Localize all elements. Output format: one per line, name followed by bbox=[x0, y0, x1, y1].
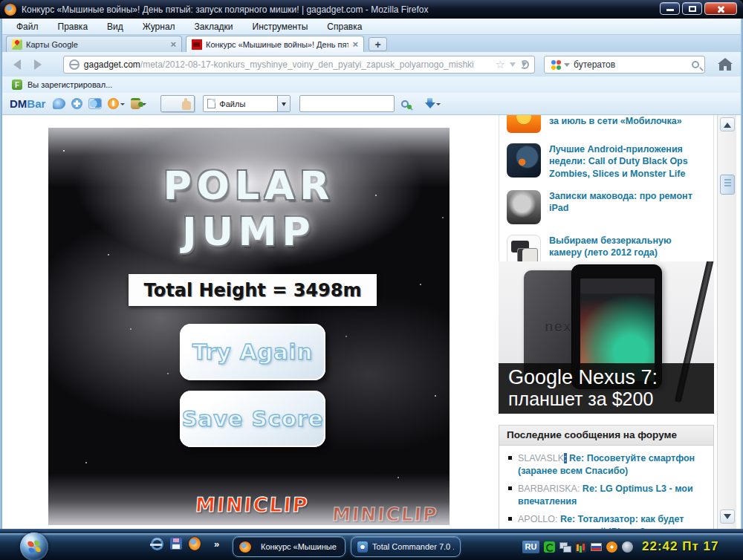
window-title: Конкурс «Мышиные войны»! День пятый: зап… bbox=[22, 4, 429, 15]
close-button[interactable] bbox=[704, 2, 737, 15]
chevron-more-icon[interactable]: » bbox=[214, 538, 219, 550]
home-button[interactable] bbox=[716, 55, 735, 74]
quick-launch: » bbox=[151, 537, 219, 550]
start-button[interactable] bbox=[20, 533, 48, 560]
menu-tools[interactable]: Инструменты bbox=[244, 20, 317, 33]
scrollbar-thumb[interactable] bbox=[720, 175, 735, 195]
dmbar-search-input[interactable] bbox=[299, 95, 395, 112]
bookmark-item[interactable]: Вы зарегистрировал... bbox=[27, 80, 112, 89]
bullet-icon bbox=[508, 517, 512, 521]
reload-icon[interactable] bbox=[520, 60, 529, 69]
url-bar[interactable]: gagadget.com/meta/2012-08-17-konkurs_mys… bbox=[63, 56, 535, 74]
files-dropdown-button[interactable] bbox=[277, 96, 290, 111]
google-search-icon bbox=[551, 60, 556, 65]
menu-file[interactable]: Файл bbox=[8, 20, 47, 33]
system-tray: RU 22:42 Пт 17 bbox=[522, 533, 718, 560]
taskbar-button-total-commander[interactable]: Total Commander 7.0 ... bbox=[351, 536, 461, 557]
dmbar-hand-button[interactable] bbox=[160, 95, 195, 112]
url-path: /meta/2012-08-17-konkurs_myshinye_voiny_… bbox=[140, 59, 474, 70]
language-indicator[interactable]: RU bbox=[522, 541, 539, 553]
bookmark-favicon: F bbox=[12, 79, 22, 90]
tray-punto-icon[interactable] bbox=[606, 541, 617, 553]
url-dropdown-icon[interactable] bbox=[510, 62, 516, 70]
internet-explorer-icon[interactable] bbox=[151, 538, 163, 550]
window-border-left bbox=[0, 19, 2, 529]
dmbar-chat-icon[interactable] bbox=[53, 98, 65, 109]
miniclip-logo-watermark: MINICLIP bbox=[331, 504, 438, 525]
forward-button[interactable] bbox=[29, 56, 47, 74]
save-app-icon[interactable] bbox=[170, 538, 182, 550]
firefox-icon bbox=[4, 4, 16, 16]
site-globe-icon bbox=[69, 59, 80, 70]
score-bar: Total Height = 3498m bbox=[129, 274, 377, 306]
google-maps-icon bbox=[12, 39, 22, 50]
menu-help[interactable]: Справка bbox=[319, 20, 370, 33]
forum-post: BARBARISKA: Re: LG Optimus L3 - мои впеч… bbox=[508, 483, 707, 507]
news-item[interactable]: Записки маковода: про ремонт iPad bbox=[505, 185, 707, 229]
search-input[interactable]: бутератов bbox=[574, 59, 688, 70]
tab-google-maps[interactable]: Карты Google × bbox=[6, 36, 182, 52]
total-commander-icon bbox=[357, 541, 368, 553]
menu-bookmarks[interactable]: Закладки bbox=[186, 20, 241, 33]
dmbar-toolbar: DMBar Файлы bbox=[2, 93, 741, 115]
tray-flag-icon[interactable] bbox=[591, 543, 602, 551]
tray-network-icon[interactable] bbox=[559, 541, 571, 553]
news-item[interactable]: за июль в сети «Мобилочка» bbox=[505, 115, 707, 138]
tray-monitor-icon[interactable] bbox=[575, 541, 586, 553]
dmbar-download-icon[interactable] bbox=[415, 98, 441, 109]
ad-caption: Google Nexus 7: планшет за $200 bbox=[499, 363, 714, 414]
try-again-button[interactable]: Try Again bbox=[180, 324, 325, 380]
new-tab-button[interactable]: + bbox=[369, 37, 387, 51]
bookmark-star-icon[interactable]: ☆ bbox=[496, 58, 505, 71]
search-magnifier-icon[interactable] bbox=[692, 61, 699, 68]
forum-header: Последние сообщения на форуме bbox=[499, 426, 713, 446]
tray-icq-icon[interactable] bbox=[544, 541, 555, 553]
scroll-up-button[interactable] bbox=[720, 117, 735, 131]
save-score-button[interactable]: Save Score bbox=[180, 391, 325, 447]
url-domain: gagadget.com bbox=[84, 59, 140, 70]
forum-post: APOLLO: Re: Тотализатор: как будет назыв… bbox=[508, 513, 707, 529]
tab-close-icon[interactable]: × bbox=[352, 39, 358, 50]
maximize-button[interactable] bbox=[682, 2, 702, 15]
minimize-button[interactable] bbox=[660, 2, 680, 15]
game-title-line2: JUMP bbox=[48, 209, 450, 254]
dmbar-jar-icon[interactable] bbox=[131, 98, 146, 109]
dmbar-accounts-icon[interactable] bbox=[88, 98, 102, 109]
tab-close-icon[interactable]: × bbox=[170, 39, 176, 50]
browser-window: Конкурс «Мышиные войны»! День пятый: зап… bbox=[0, 0, 743, 560]
scroll-down-button[interactable] bbox=[720, 509, 735, 524]
search-engine-dropdown-icon[interactable] bbox=[564, 63, 570, 70]
tray-volume-icon[interactable] bbox=[622, 541, 633, 553]
nexus7-ad[interactable]: nexu Google Nexus 7: планшет за $200 bbox=[499, 261, 714, 414]
dmbar-search-icon[interactable] bbox=[401, 100, 409, 108]
hand-icon bbox=[182, 101, 191, 110]
page-content: POLAR JUMP Total Height = 3498m Try Agai… bbox=[2, 115, 741, 529]
firefox-icon bbox=[239, 541, 251, 553]
gagadget-favicon bbox=[192, 39, 202, 50]
news-item[interactable]: Лучшие Android-приложения недели: Call o… bbox=[505, 138, 707, 185]
menu-view[interactable]: Вид bbox=[99, 20, 132, 33]
game-title-line1: POLAR bbox=[48, 163, 450, 208]
back-button[interactable] bbox=[8, 56, 26, 74]
bullet-icon bbox=[508, 456, 512, 460]
menu-history[interactable]: Журнал bbox=[134, 20, 184, 33]
search-box[interactable]: бутератов bbox=[544, 56, 705, 74]
file-icon bbox=[207, 99, 215, 108]
starfield bbox=[63, 150, 65, 152]
firefox-quicklaunch-icon[interactable] bbox=[189, 537, 201, 550]
dmbar-add-icon[interactable] bbox=[71, 98, 82, 109]
total-height-text: Total Height = 3498m bbox=[144, 280, 362, 301]
taskbar-button-firefox[interactable]: Конкурс «Мышиные ... bbox=[233, 536, 345, 557]
files-dropdown[interactable]: Файлы bbox=[203, 95, 291, 112]
page-scrollbar[interactable] bbox=[717, 115, 736, 529]
dmbar-info-icon[interactable] bbox=[108, 98, 125, 109]
miniclip-logo[interactable]: MINICLIP bbox=[195, 493, 310, 516]
home-icon bbox=[719, 64, 731, 71]
dmbar-logo: DMBar bbox=[10, 97, 45, 110]
tab-gagadget[interactable]: Конкурс «Мышиные войны»! День пят... × bbox=[186, 36, 364, 52]
title-bar: Конкурс «Мышиные войны»! День пятый: зап… bbox=[0, 0, 743, 19]
forum-box: Последние сообщения на форуме SLAVASLK: … bbox=[499, 425, 714, 529]
polar-jump-game: POLAR JUMP Total Height = 3498m Try Agai… bbox=[48, 128, 450, 525]
menu-edit[interactable]: Правка bbox=[50, 20, 97, 33]
taskbar-clock[interactable]: 22:42 Пт 17 bbox=[642, 539, 718, 554]
